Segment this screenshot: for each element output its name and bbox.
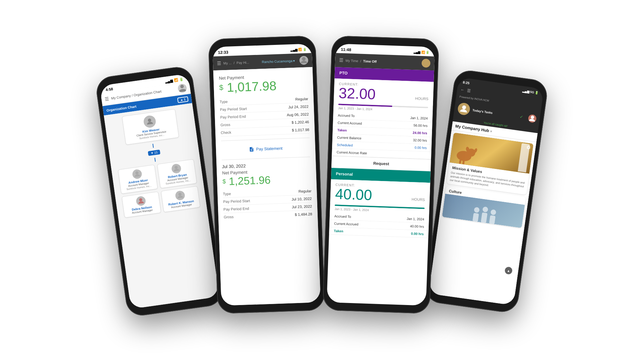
svg-point-3 <box>139 198 142 201</box>
hub-user-name: Today's Tasks <box>472 109 517 118</box>
org-card-andrew[interactable]: Andrew Mizer Account Manager Surelock Ho… <box>118 165 158 194</box>
pto-current-value: 32.00 <box>338 85 376 102</box>
personal-current-block: CURRENT: 40.00 HOURS <box>330 179 430 206</box>
hub-hamburger-icon[interactable]: ☰ <box>467 88 471 93</box>
time-hamburger-icon[interactable]: ☰ <box>339 57 344 63</box>
org-content: Kim Weaver Client Service Supervisor Sur… <box>104 103 219 309</box>
svg-point-18 <box>490 209 496 215</box>
org-connector-2 <box>155 158 156 162</box>
svg-point-4 <box>178 192 181 196</box>
svg-point-1 <box>135 171 139 175</box>
pay-statement-label: Pay Statement <box>256 146 282 152</box>
time-phone1: 4:58 <box>105 87 113 92</box>
pay-statement-button[interactable]: Pay Statement <box>221 142 310 156</box>
hub-mission-card[interactable]: Mission & Values Our mission is to promo… <box>446 132 533 194</box>
pay-hamburger-icon[interactable]: ☰ <box>217 61 222 66</box>
svg-rect-19 <box>489 215 495 224</box>
svg-point-2 <box>174 166 178 169</box>
hub-user-avatar <box>457 102 471 116</box>
time-phone2: 12:33 <box>218 50 228 55</box>
org-up-button[interactable]: ▲ 1 <box>177 96 189 103</box>
hub-mission-gear-icon[interactable] <box>526 145 531 152</box>
personal-hours-label: HOURS <box>412 197 425 204</box>
org-nav-avatar[interactable] <box>177 83 187 93</box>
personal-current-value: 40.00 <box>335 186 372 202</box>
org-down-button[interactable]: ▼ 15 <box>148 150 161 156</box>
pay-breadcrumb2: Pay Hi... <box>236 60 249 64</box>
avatar-andrew <box>132 169 143 180</box>
svg-rect-12 <box>459 160 462 164</box>
hamburger-icon[interactable]: ☰ <box>105 96 110 102</box>
time-page: Time Off <box>363 59 377 63</box>
phone-org-chart: 4:58 ▂▄▆ 📶 🔋 ☰ My Company / Organization… <box>95 65 224 317</box>
hub-profile-avatar <box>528 114 537 123</box>
pto-hours-row: 32.00 HOURS <box>338 85 429 103</box>
avatar-robert-bryan <box>171 163 182 174</box>
avatar-debra <box>136 196 146 206</box>
phone-company-hub: 8:25 ▂▄▆ 5G 🔋 ← ☰ Powered by INOVA HCM <box>423 69 549 314</box>
hub-back-icon[interactable]: ← <box>460 87 465 93</box>
org-card-robert-k[interactable]: Robert K. Manson Account Manager <box>161 186 201 213</box>
time-phone4: 8:25 <box>463 80 470 85</box>
hub-content: My Company Hub ▾ <box>428 121 538 306</box>
time-nav-avatar <box>422 59 431 68</box>
pay-nav-location[interactable]: Rancho Cucamonga ▾ <box>262 59 295 63</box>
pay-breadcrumb1: My ... <box>223 61 232 65</box>
hub-user-info: Today's Tasks <box>472 109 517 118</box>
pay-divider-1 <box>221 137 310 141</box>
org-card-robert-bryan[interactable]: Robert Bryan Account Manager Surelock Ho… <box>157 159 197 189</box>
phone-pay-history: 12:33 ▂▄▆ 📶 🔋 ☰ My ... / Pay Hi... Ranch… <box>208 36 325 314</box>
svg-rect-17 <box>481 212 487 223</box>
svg-rect-15 <box>473 213 479 222</box>
pay-amount-1: $ 1,017.98 <box>219 78 308 94</box>
org-connector <box>153 144 154 148</box>
pto-hours-label: HOURS <box>415 96 428 103</box>
svg-point-14 <box>474 207 480 213</box>
pay-nav-avatar <box>299 56 308 65</box>
phones-container: 4:58 ▂▄▆ 📶 🔋 ☰ My Company / Organization… <box>0 0 644 356</box>
personal-hours-row: 40.00 HOURS <box>335 186 425 204</box>
svg-point-0 <box>148 118 151 122</box>
svg-point-6 <box>462 105 466 110</box>
pay-divider-2 <box>222 157 310 160</box>
svg-point-16 <box>482 206 488 212</box>
org-card-kim-weaver[interactable]: Kim Weaver Client Service Supervisor Sur… <box>122 109 179 145</box>
svg-point-7 <box>531 115 534 119</box>
phone-time-off: 11:48 ▂▄▆ 📶 🔋 ☰ My Time / Time Off PTO C… <box>322 36 439 314</box>
svg-rect-13 <box>462 160 465 165</box>
org-card-debra[interactable]: Debra Neilson Account Manager <box>122 191 161 218</box>
svg-point-5 <box>302 57 306 61</box>
time-breadcrumb: My Time <box>345 59 358 63</box>
avatar-kim-weaver <box>143 115 157 128</box>
pto-current-block: CURRENT: 32.00 HOURS <box>334 78 434 106</box>
pay-amount-2: $ 1,251.96 <box>222 173 311 187</box>
pay-content: Net Payment $ 1,017.98 Type Regular Pay … <box>213 67 321 306</box>
hub-scroll-up-button[interactable]: ▲ <box>504 266 513 275</box>
time-phone3: 11:48 <box>341 47 351 52</box>
hub-check-icon: ✓ <box>519 114 523 119</box>
avatar-robert-k <box>175 190 185 201</box>
